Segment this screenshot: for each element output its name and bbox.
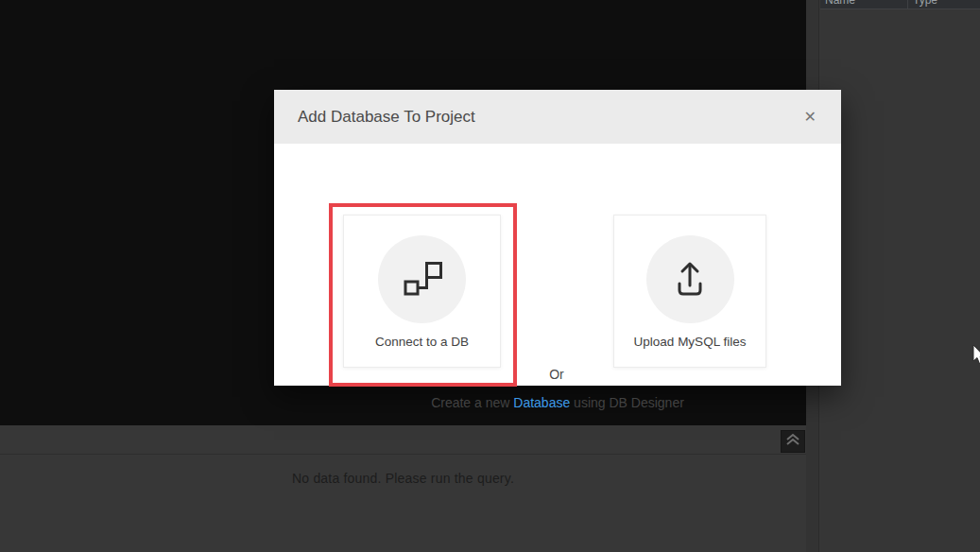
add-database-dialog: Add Database To Project ✕ Connect to a D… (274, 90, 841, 386)
dialog-header: Add Database To Project ✕ (274, 90, 841, 144)
create-prefix: Create a new (431, 395, 513, 410)
database-link[interactable]: Database (513, 395, 570, 410)
card-label: Upload MySQL files (634, 335, 747, 349)
dialog-body: Connect to a DB Upload MySQL files Or (274, 144, 841, 386)
mouse-cursor (972, 345, 980, 370)
icon-circle (646, 235, 734, 323)
close-icon[interactable]: ✕ (802, 108, 818, 127)
connect-to-db-card[interactable]: Connect to a DB (343, 215, 501, 368)
create-database-line: Create a new Database using DB Designer (274, 395, 841, 410)
screen: No data found. Please run the query. Nam… (0, 0, 980, 552)
upload-icon (668, 256, 712, 303)
results-area: No data found. Please run the query. (0, 455, 806, 487)
create-suffix: using DB Designer (570, 395, 684, 410)
db-connect-icon (401, 256, 444, 303)
icon-circle (378, 235, 466, 323)
double-chevron-up-icon (784, 432, 801, 451)
column-header-type[interactable]: Type (908, 0, 937, 9)
schema-sidebar: Name Type (820, 0, 980, 552)
schema-table-header: Name Type (820, 0, 980, 9)
expand-panel-button[interactable] (781, 430, 805, 453)
or-separator: Or (535, 367, 578, 382)
dialog-title: Add Database To Project (298, 108, 802, 127)
results-toolbar (0, 425, 806, 455)
no-data-message: No data found. Please run the query. (292, 471, 514, 486)
upload-mysql-card[interactable]: Upload MySQL files (613, 215, 766, 368)
card-label: Connect to a DB (375, 335, 469, 349)
results-panel: No data found. Please run the query. (0, 425, 806, 552)
column-header-name[interactable]: Name (820, 0, 908, 9)
